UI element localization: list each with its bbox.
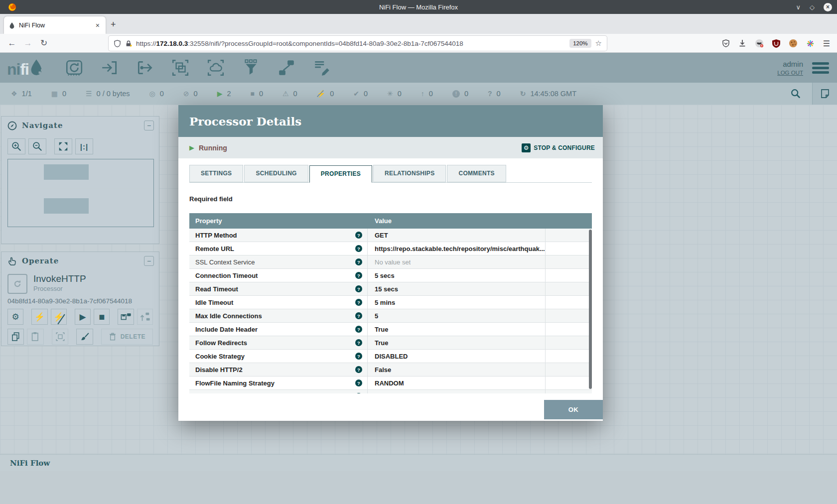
zoom-out-button[interactable] xyxy=(28,138,46,154)
input-port-icon[interactable] xyxy=(100,58,119,77)
running-status-label: Running xyxy=(199,144,227,152)
save-template-icon xyxy=(121,312,132,322)
minimap-component xyxy=(44,164,89,180)
browser-tab[interactable]: NiFi Flow × xyxy=(4,16,106,34)
collapse-operate-icon[interactable]: − xyxy=(144,256,154,266)
ok-button[interactable]: OK xyxy=(544,400,603,419)
bolt-slash-icon: ⚡ xyxy=(53,312,64,322)
process-group-icon[interactable] xyxy=(171,58,190,77)
help-icon[interactable]: ? xyxy=(355,366,362,373)
template-icon[interactable] xyxy=(277,58,296,77)
configure-button[interactable]: ⚙ xyxy=(7,309,23,325)
forward-icon[interactable]: → xyxy=(20,38,36,48)
zoom-fit-button[interactable] xyxy=(54,138,72,154)
running-icon: ▶ xyxy=(217,90,223,98)
bulletin-board-button[interactable] xyxy=(812,83,837,105)
fill-color-button[interactable] xyxy=(76,329,93,345)
url-bar[interactable]: https://172.18.0.3:32558/nifi/?processGr… xyxy=(109,36,607,51)
create-template-button[interactable] xyxy=(118,309,134,325)
current-user: admin xyxy=(777,60,803,68)
operate-panel: Operate − InvokeHTTP Processor 04b8fd14-… xyxy=(1,252,159,346)
help-icon[interactable]: ? xyxy=(355,272,362,279)
tab-settings[interactable]: SETTINGS xyxy=(189,165,243,182)
help-icon[interactable]: ? xyxy=(355,232,362,239)
help-icon[interactable]: ? xyxy=(355,285,362,292)
table-row: Max Idle Connections? 5 xyxy=(189,309,592,323)
birdseye-minimap[interactable] xyxy=(7,159,154,227)
navigate-panel: Navigate − |:| xyxy=(1,116,159,244)
new-tab-button[interactable]: + xyxy=(111,20,116,29)
help-icon[interactable]: ? xyxy=(355,245,362,252)
queued-icon: ☰ xyxy=(86,90,92,98)
minimize-icon[interactable]: ∨ xyxy=(796,3,801,11)
mask-icon[interactable] xyxy=(755,39,764,48)
delete-button: DELETE xyxy=(101,329,153,345)
up-to-date-icon: ✔ xyxy=(353,90,359,98)
stop-button[interactable]: ■ xyxy=(94,309,110,325)
search-icon[interactable] xyxy=(790,88,801,99)
table-row: SSL Context Service? No value set xyxy=(189,255,592,269)
table-scrollbar[interactable] xyxy=(589,230,592,389)
help-icon[interactable]: ? xyxy=(355,353,362,360)
cluster-icon: ❖ xyxy=(11,90,17,98)
zoom-level-badge[interactable]: 120% xyxy=(569,39,591,48)
back-icon[interactable]: ← xyxy=(4,38,20,48)
funnel-icon[interactable] xyxy=(242,58,261,77)
selected-component-id: 04b8fd14-80a9-30e2-8b1a-7cf067544018 xyxy=(7,297,153,305)
gear-icon: ⚙ xyxy=(522,143,531,152)
value-column-header: Value xyxy=(368,217,392,225)
label-icon[interactable] xyxy=(312,58,331,77)
collapse-navigate-icon[interactable]: − xyxy=(144,121,154,130)
tab-properties[interactable]: PROPERTIES xyxy=(309,165,372,183)
locally-modified-icon: ✳ xyxy=(387,90,393,98)
url-text: https://172.18.0.3:32558/nifi/?processGr… xyxy=(136,40,565,47)
table-row: Include Date Header? True xyxy=(189,323,592,336)
stop-icon: ■ xyxy=(99,311,105,323)
maximize-icon[interactable]: ◇ xyxy=(810,3,815,11)
remote-process-group-icon[interactable] xyxy=(206,58,225,77)
copy-button[interactable] xyxy=(7,329,24,345)
browser-menu-icon[interactable]: ☰ xyxy=(823,39,830,48)
tab-relationships[interactable]: RELATIONSHIPS xyxy=(373,165,446,182)
tab-comments[interactable]: COMMENTS xyxy=(447,165,506,182)
help-icon[interactable]: ? xyxy=(355,299,362,306)
transmitting-icon: ◎ xyxy=(149,90,155,98)
invalid-icon: ⚠ xyxy=(282,90,289,98)
help-icon[interactable]: ? xyxy=(355,258,362,265)
bookmark-star-icon[interactable]: ☆ xyxy=(595,39,602,48)
processor-icon[interactable] xyxy=(65,58,84,77)
help-icon[interactable]: ? xyxy=(355,393,362,393)
help-icon[interactable]: ? xyxy=(355,339,362,346)
help-icon[interactable]: ? xyxy=(355,312,362,319)
help-icon[interactable]: ? xyxy=(355,326,362,333)
shield-icon[interactable] xyxy=(114,40,121,47)
breadcrumb-root[interactable]: NiFi Flow xyxy=(10,459,50,468)
tab-close-icon[interactable]: × xyxy=(94,21,101,29)
container-icon[interactable] xyxy=(806,39,815,48)
help-icon[interactable]: ? xyxy=(355,379,362,386)
cookie-icon[interactable] xyxy=(789,39,798,48)
refresh-icon[interactable]: ↻ xyxy=(520,90,526,98)
logout-link[interactable]: LOG OUT xyxy=(777,70,803,76)
stop-and-configure-button[interactable]: ⚙ STOP & CONFIGURE xyxy=(522,143,595,152)
zoom-in-button[interactable] xyxy=(7,138,25,154)
start-button[interactable]: ▶ xyxy=(75,309,91,325)
trash-icon xyxy=(109,332,117,341)
dialog-title: Processor Details xyxy=(189,115,301,128)
stale-icon: ↑ xyxy=(421,90,424,98)
pocket-shield-icon[interactable] xyxy=(722,39,730,47)
tab-scheduling[interactable]: SCHEDULING xyxy=(244,165,308,182)
enable-button[interactable]: ⚡ xyxy=(31,309,47,325)
ublock-icon[interactable] xyxy=(772,39,780,48)
output-port-icon[interactable] xyxy=(136,58,154,77)
reload-icon[interactable]: ↻ xyxy=(36,38,52,48)
actual-size-button[interactable]: |:| xyxy=(75,138,93,154)
disable-button[interactable]: ⚡ xyxy=(51,309,67,325)
lock-warning-icon[interactable] xyxy=(125,40,132,47)
minimap-component xyxy=(44,198,89,214)
upload-template-button xyxy=(137,309,153,325)
flow-status-bar: ❖1/1 ▦0 ☰0 / 0 bytes ◎0 ⊘0 ▶2 ■0 ⚠0 ⚡0 ✔… xyxy=(0,83,837,105)
close-icon[interactable]: × xyxy=(824,3,832,11)
nifi-global-menu-icon[interactable] xyxy=(812,62,829,74)
download-icon[interactable] xyxy=(738,39,746,47)
